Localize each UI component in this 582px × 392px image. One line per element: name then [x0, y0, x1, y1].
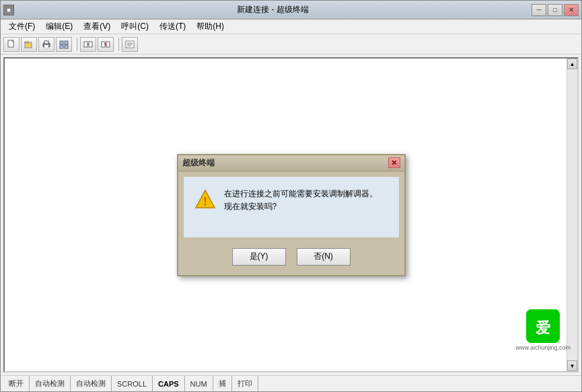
warning-icon: !: [194, 189, 216, 210]
caps-indicator: CAPS: [158, 380, 179, 388]
svg-rect-14: [102, 42, 105, 47]
toolbar-disconnect[interactable]: [98, 37, 114, 52]
toolbar-separator-1: [75, 38, 77, 51]
svg-text:爱: 爱: [536, 319, 550, 336]
svg-rect-11: [84, 42, 87, 47]
toolbar-open[interactable]: [21, 37, 37, 52]
dialog-message-line2: 现在就安装吗?: [224, 200, 377, 213]
maximize-button[interactable]: □: [548, 4, 562, 16]
toolbar-new[interactable]: [3, 37, 20, 52]
dialog-close-button[interactable]: ✕: [388, 157, 400, 168]
status-print: 打印: [232, 376, 258, 391]
watermark: 爱 www.aichunjing.com: [515, 309, 571, 351]
svg-rect-6: [44, 45, 48, 48]
menu-file[interactable]: 文件(F): [3, 19, 40, 34]
app-icon: ■: [3, 5, 14, 15]
svg-text:!: !: [203, 196, 207, 207]
scroll-up[interactable]: ▲: [567, 58, 577, 69]
status-capture: 捕: [213, 376, 232, 391]
watermark-url: www.aichunjing.com: [515, 344, 571, 351]
toolbar-separator-2: [116, 38, 119, 51]
status-auto1: 自动检测: [30, 376, 71, 391]
toolbar-print[interactable]: [38, 37, 54, 52]
dialog-yes-button[interactable]: 是(Y): [232, 248, 286, 266]
toolbar-settings[interactable]: [122, 37, 138, 52]
svg-rect-8: [65, 41, 68, 44]
svg-rect-10: [65, 45, 68, 48]
title-bar-left: ■: [3, 5, 14, 15]
toolbar-props[interactable]: [56, 37, 72, 52]
dialog-no-button[interactable]: 否(N): [297, 248, 351, 266]
dialog-overlay: 超级终端 ✕ ! 在进行连接之前可能需要安装调制解调器。 现在就安装吗? 是(Y: [5, 58, 577, 371]
dialog-message: 在进行连接之前可能需要安装调制解调器。 现在就安装吗?: [224, 188, 377, 213]
title-controls: ─ □ ✕: [532, 4, 579, 16]
menu-view[interactable]: 查看(V): [78, 19, 116, 34]
status-disconnect: 断开: [3, 376, 30, 391]
dialog-title-bar: 超级终端 ✕: [178, 155, 404, 171]
dialog-content: ! 在进行连接之前可能需要安装调制解调器。 现在就安装吗?: [184, 177, 399, 237]
dialog: 超级终端 ✕ ! 在进行连接之前可能需要安装调制解调器。 现在就安装吗? 是(Y: [177, 154, 406, 276]
status-scroll: SCROLL: [112, 376, 153, 391]
watermark-logo: 爱: [526, 309, 560, 343]
window-title: 新建连接 - 超级终端: [14, 4, 532, 15]
svg-rect-5: [44, 41, 48, 44]
toolbar: [1, 34, 581, 54]
status-bar: 断开 自动检测 自动检测 SCROLL CAPS NUM 捕 打印: [1, 375, 581, 391]
svg-rect-9: [60, 45, 63, 48]
status-auto2: 自动检测: [71, 376, 112, 391]
menu-bar: 文件(F) 编辑(E) 查看(V) 呼叫(C) 传送(T) 帮助(H): [1, 19, 581, 34]
menu-edit[interactable]: 编辑(E): [40, 19, 78, 34]
status-caps: CAPS: [153, 376, 185, 391]
toolbar-connect[interactable]: [80, 37, 96, 52]
dialog-message-line1: 在进行连接之前可能需要安装调制解调器。: [224, 188, 377, 200]
menu-transfer[interactable]: 传送(T): [154, 19, 191, 34]
dialog-buttons: 是(Y) 否(N): [178, 243, 404, 275]
close-button[interactable]: ✕: [564, 4, 579, 16]
menu-help[interactable]: 帮助(H): [191, 19, 229, 34]
status-num: NUM: [185, 376, 213, 391]
title-bar: ■ 新建连接 - 超级终端 ─ □ ✕: [1, 1, 581, 19]
content-area: ▲ ▼ 爱 www.aichunjing.com 超级终端 ✕: [3, 57, 579, 373]
svg-rect-15: [106, 42, 110, 47]
dialog-title: 超级终端: [182, 157, 215, 169]
svg-rect-12: [89, 42, 92, 47]
main-window: ■ 新建连接 - 超级终端 ─ □ ✕ 文件(F) 编辑(E) 查看(V) 呼叫…: [0, 0, 582, 392]
scroll-down[interactable]: ▼: [567, 360, 577, 371]
menu-call[interactable]: 呼叫(C): [116, 19, 154, 34]
svg-rect-7: [60, 41, 63, 44]
minimize-button[interactable]: ─: [532, 4, 546, 16]
svg-rect-3: [25, 42, 28, 43]
